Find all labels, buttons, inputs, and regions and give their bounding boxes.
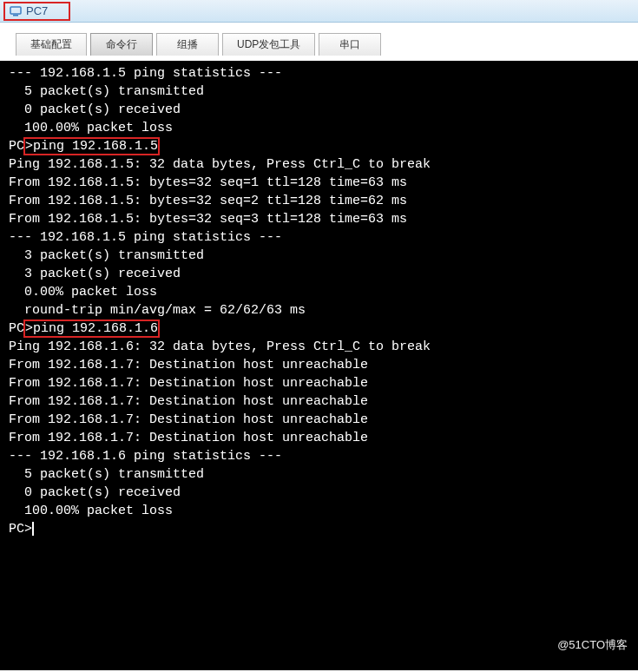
term-line: From 192.168.1.7: Destination host unrea… <box>9 411 629 429</box>
term-line: --- 192.168.1.6 ping statistics --- <box>9 447 629 465</box>
term-line: Ping 192.168.1.6: 32 data bytes, Press C… <box>9 338 629 356</box>
tab-basic-config[interactable]: 基础配置 <box>16 33 87 56</box>
term-line: Ping 192.168.1.5: 32 data bytes, Press C… <box>9 155 629 174</box>
terminal-output[interactable]: --- 192.168.1.5 ping statistics --- 5 pa… <box>0 61 638 670</box>
app-icon <box>9 4 23 18</box>
term-prompt-line: PC>ping 192.168.1.6 <box>9 320 629 338</box>
prompt-text: PC> <box>9 522 32 537</box>
term-prompt-line: PC>ping 192.168.1.5 <box>9 137 629 155</box>
prompt-host: PC <box>9 139 24 154</box>
term-line: 5 packet(s) transmitted <box>9 82 629 101</box>
term-line: 100.00% packet loss <box>9 119 629 137</box>
term-line: 5 packet(s) transmitted <box>9 465 629 484</box>
tab-serial[interactable]: 串口 <box>319 33 381 56</box>
prompt-host: PC <box>9 321 24 336</box>
term-line: From 192.168.1.7: Destination host unrea… <box>9 392 629 411</box>
cursor-icon <box>32 522 34 536</box>
window-title: PC7 <box>26 4 48 17</box>
command-highlight-1: >ping 192.168.1.5 <box>23 137 160 155</box>
term-line: From 192.168.1.5: bytes=32 seq=3 ttl=128… <box>9 210 629 228</box>
svg-rect-0 <box>10 7 21 14</box>
term-line: round-trip min/avg/max = 62/62/63 ms <box>9 301 629 320</box>
term-line: 0 packet(s) received <box>9 101 629 119</box>
term-line: From 192.168.1.5: bytes=32 seq=1 ttl=128… <box>9 174 629 192</box>
term-line: --- 192.168.1.5 ping statistics --- <box>9 228 629 247</box>
tab-udp-tool[interactable]: UDP发包工具 <box>222 33 315 56</box>
window-titlebar: PC7 <box>0 0 638 23</box>
tab-bar: 基础配置 命令行 组播 UDP发包工具 串口 <box>0 23 638 61</box>
term-line: --- 192.168.1.5 ping statistics --- <box>9 64 629 82</box>
term-line: 3 packet(s) received <box>9 265 629 283</box>
term-line: 0.00% packet loss <box>9 283 629 301</box>
svg-rect-1 <box>13 15 18 16</box>
title-highlight-box: PC7 <box>3 2 70 21</box>
term-line: From 192.168.1.7: Destination host unrea… <box>9 356 629 374</box>
command-highlight-2: >ping 192.168.1.6 <box>23 320 160 338</box>
term-line: 100.00% packet loss <box>9 502 629 520</box>
term-line: From 192.168.1.5: bytes=32 seq=2 ttl=128… <box>9 192 629 210</box>
term-line: From 192.168.1.7: Destination host unrea… <box>9 429 629 447</box>
term-line: 3 packet(s) transmitted <box>9 247 629 265</box>
tab-multicast[interactable]: 组播 <box>156 33 219 56</box>
term-line: From 192.168.1.7: Destination host unrea… <box>9 374 629 392</box>
watermark-text: @51CTO博客 <box>557 637 628 653</box>
tab-command-line[interactable]: 命令行 <box>90 33 153 56</box>
term-prompt-current[interactable]: PC> <box>9 520 629 538</box>
term-line: 0 packet(s) received <box>9 484 629 502</box>
